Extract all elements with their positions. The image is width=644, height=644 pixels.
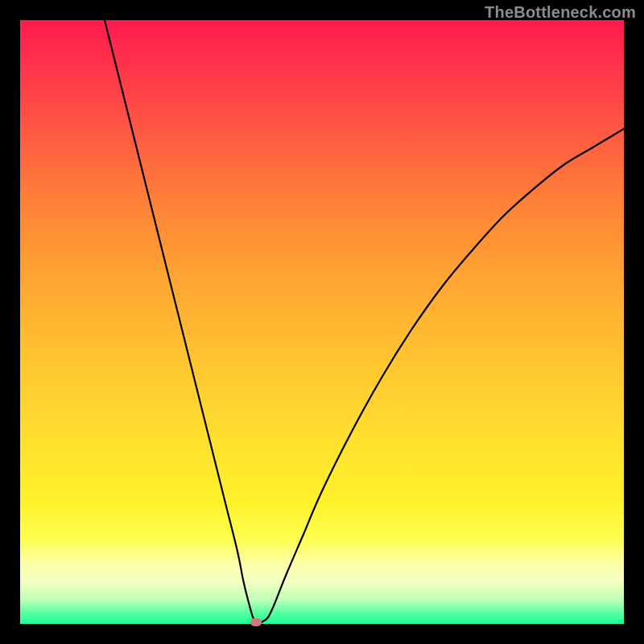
watermark-text: TheBottleneck.com (485, 3, 636, 22)
bottleneck-curve (20, 20, 624, 624)
minimum-marker (250, 618, 262, 626)
chart-plot-area (20, 20, 624, 624)
chart-outer-frame: TheBottleneck.com (0, 0, 644, 644)
